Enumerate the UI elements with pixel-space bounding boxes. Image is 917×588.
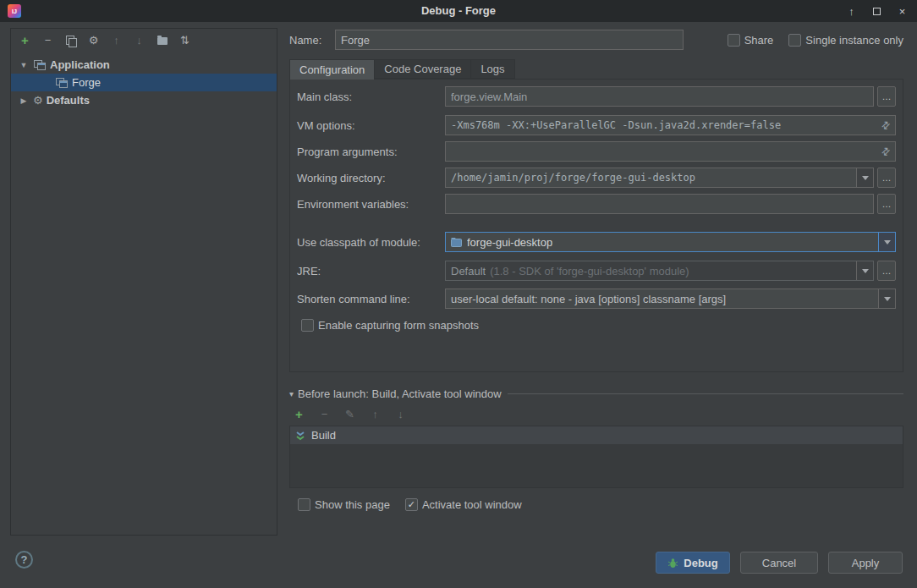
tree-item-defaults[interactable]: ▶ ⚙ Defaults xyxy=(11,91,277,109)
show-this-page-checkbox[interactable]: Show this page xyxy=(298,498,390,511)
close-window-icon[interactable]: × xyxy=(896,5,909,18)
move-task-up-icon[interactable]: ↑ xyxy=(368,407,382,421)
application-icon xyxy=(33,58,47,72)
before-launch-title: Before launch: Build, Activate tool wind… xyxy=(298,387,502,400)
jre-select[interactable]: Default (1.8 - SDK of 'forge-gui-desktop… xyxy=(445,261,874,281)
single-instance-label: Single instance only xyxy=(805,34,903,47)
edit-task-icon[interactable]: ✎ xyxy=(343,407,357,421)
before-launch-task-list: Build xyxy=(289,426,903,488)
enable-snapshots-checkbox[interactable]: Enable capturing form snapshots xyxy=(301,319,479,332)
tree-item-application[interactable]: ▼ Application xyxy=(11,56,277,74)
tab-logs[interactable]: Logs xyxy=(470,59,514,79)
tab-configuration[interactable]: Configuration xyxy=(289,59,374,80)
copy-configuration-icon[interactable] xyxy=(63,33,78,47)
help-button[interactable]: ? xyxy=(15,551,33,569)
remove-task-icon[interactable]: − xyxy=(317,407,332,421)
working-directory-value: /home/jamin/proj/forge/forge-gui-desktop xyxy=(451,172,695,184)
shorten-command-line-select[interactable]: user-local default: none - java [options… xyxy=(445,289,896,309)
share-checkbox-box xyxy=(728,34,740,47)
name-input[interactable]: Forge xyxy=(335,30,684,50)
working-directory-dropdown-button[interactable] xyxy=(856,168,873,187)
jre-browse-button[interactable]: … xyxy=(877,261,896,281)
add-configuration-icon[interactable]: + xyxy=(18,33,32,47)
single-instance-checkbox-box xyxy=(788,34,801,47)
jre-label: JRE: xyxy=(297,265,445,278)
chevron-down-icon xyxy=(884,297,891,301)
ellipsis-icon: … xyxy=(882,173,892,183)
debug-button[interactable]: Debug xyxy=(656,552,730,574)
task-item-label: Build xyxy=(311,429,336,442)
use-classpath-dropdown-button[interactable] xyxy=(878,233,895,251)
main-class-input[interactable]: forge.view.Main xyxy=(445,86,874,107)
maximize-window-icon[interactable] xyxy=(870,8,883,15)
question-icon: ? xyxy=(21,553,28,566)
folder-icon xyxy=(157,37,167,45)
build-icon xyxy=(294,430,306,442)
ellipsis-icon: … xyxy=(882,266,892,276)
intellij-logo-icon: IJ xyxy=(8,4,21,18)
use-classpath-value: forge-gui-desktop xyxy=(467,236,552,249)
tab-label: Code Coverage xyxy=(384,63,461,75)
working-directory-browse-button[interactable]: … xyxy=(877,168,896,188)
new-folder-icon[interactable] xyxy=(155,33,169,47)
logo-text: IJ xyxy=(12,8,17,14)
environment-variables-row: Environment variables: … xyxy=(297,194,896,214)
main-class-browse-button[interactable]: … xyxy=(877,86,896,107)
working-directory-input[interactable]: /home/jamin/proj/forge/forge-gui-desktop xyxy=(445,168,874,188)
environment-variables-browse-button[interactable]: … xyxy=(877,194,896,214)
move-task-down-icon[interactable]: ↓ xyxy=(393,407,408,421)
tab-label: Logs xyxy=(480,63,504,75)
program-arguments-label: Program arguments: xyxy=(297,146,445,158)
jre-dropdown-button[interactable] xyxy=(856,261,873,280)
chevron-down-icon xyxy=(862,176,869,180)
sort-configurations-icon[interactable]: ⇅ xyxy=(178,33,192,47)
tree-item-forge[interactable]: Forge xyxy=(11,74,277,91)
program-arguments-input[interactable]: ⇄ xyxy=(445,141,896,162)
use-classpath-label: Use classpath of module: xyxy=(297,236,445,249)
section-divider xyxy=(508,393,903,394)
shade-window-icon[interactable]: ↑ xyxy=(845,5,858,18)
expand-arrow-icon[interactable]: ▼ xyxy=(18,61,30,69)
maximize-box xyxy=(873,8,881,15)
activate-tool-window-checkbox[interactable]: ✓ Activate tool window xyxy=(405,498,522,511)
jre-row: JRE: Default (1.8 - SDK of 'forge-gui-de… xyxy=(297,261,896,281)
activate-tool-window-label: Activate tool window xyxy=(422,498,522,511)
tab-code-coverage[interactable]: Code Coverage xyxy=(374,59,470,79)
shorten-command-line-label: Shorten command line: xyxy=(297,293,445,305)
configurations-tree: ▼ Application Forge ▶ ⚙ Defaul xyxy=(11,52,277,109)
working-directory-row: Working directory: /home/jamin/proj/forg… xyxy=(297,168,896,188)
expand-field-icon[interactable]: ⇄ xyxy=(878,144,892,158)
tree-item-label: Forge xyxy=(72,76,101,89)
enable-snapshots-row: Enable capturing form snapshots xyxy=(297,316,896,333)
configurations-toolbar: + − ⚙ ↑ ↓ ⇅ xyxy=(11,29,277,52)
task-item-build[interactable]: Build xyxy=(290,426,903,444)
activate-tool-window-checkbox-box: ✓ xyxy=(405,498,418,511)
share-checkbox[interactable]: Share xyxy=(728,34,774,47)
window-title: Debug - Forge xyxy=(0,0,917,22)
name-label: Name: xyxy=(289,34,335,47)
move-up-icon[interactable]: ↑ xyxy=(109,33,124,47)
single-instance-checkbox[interactable]: Single instance only xyxy=(788,34,903,47)
jre-value: Default xyxy=(451,265,486,278)
remove-configuration-icon[interactable]: − xyxy=(41,33,55,47)
enable-snapshots-checkbox-box xyxy=(301,319,314,332)
move-down-icon[interactable]: ↓ xyxy=(132,33,146,47)
before-launch-header: ▾ Before launch: Build, Activate tool wi… xyxy=(289,386,903,401)
working-directory-label: Working directory: xyxy=(297,172,445,184)
collapse-arrow-icon[interactable]: ▶ xyxy=(18,96,30,105)
edit-defaults-icon[interactable]: ⚙ xyxy=(86,33,101,47)
cancel-button[interactable]: Cancel xyxy=(740,552,818,574)
expand-field-icon[interactable]: ⇄ xyxy=(878,118,892,132)
configuration-form: Main class: forge.view.Main … VM options… xyxy=(289,79,903,372)
configurations-panel: + − ⚙ ↑ ↓ ⇅ ▼ Application xyxy=(10,28,277,536)
tree-item-label: Application xyxy=(50,58,110,71)
main-class-value: forge.view.Main xyxy=(451,91,527,103)
apply-button[interactable]: Apply xyxy=(828,552,903,574)
shorten-command-line-dropdown-button[interactable] xyxy=(878,289,895,308)
use-classpath-select[interactable]: forge-gui-desktop xyxy=(445,232,896,252)
add-task-icon[interactable]: + xyxy=(292,407,306,421)
show-this-page-label: Show this page xyxy=(315,498,390,511)
collapse-section-icon[interactable]: ▾ xyxy=(289,389,294,398)
environment-variables-input[interactable] xyxy=(445,194,874,214)
vm-options-input[interactable]: -Xms768m -XX:+UseParallelGC -Dsun.java2d… xyxy=(445,115,896,135)
